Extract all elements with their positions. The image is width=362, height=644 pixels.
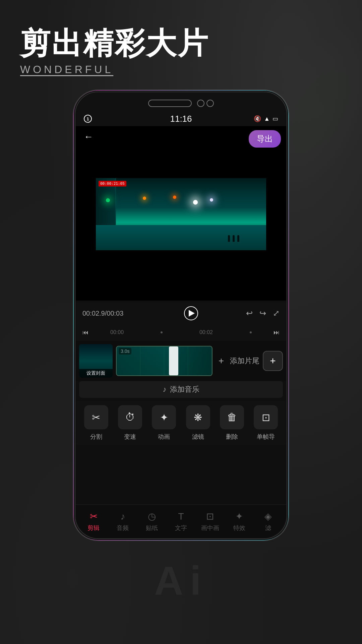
split-icon: ✂	[92, 412, 100, 423]
battery-icon: ▭	[273, 115, 278, 122]
text-label: 文字	[175, 524, 187, 532]
playback-right-controls: ↩ ↪ ⤢	[246, 309, 280, 318]
fullscreen-icon[interactable]: ⤢	[273, 309, 280, 318]
light-white-2	[210, 198, 213, 202]
phone-frame: 1 11:16 🔇 ▲ ▭	[74, 91, 288, 540]
video-letterbox-bottom	[76, 250, 286, 301]
nav-item-sticker[interactable]: ◷ 贴纸	[138, 511, 165, 532]
phone-cameras	[197, 100, 214, 107]
play-button[interactable]	[184, 306, 198, 320]
play-icon	[189, 310, 195, 317]
hero-title: 剪出精彩大片	[20, 27, 209, 60]
status-icons: 🔇 ▲ ▭	[254, 115, 278, 122]
nav-item-filter[interactable]: ◈ 滤	[255, 511, 282, 532]
phone-top-bar	[76, 93, 286, 111]
status-left: 1	[84, 115, 92, 123]
scene-people	[228, 235, 239, 242]
hero-section: 剪出精彩大片 WONDERFUL	[20, 27, 209, 76]
playback-time: 00:02.9/00:03	[82, 310, 136, 317]
phone-mockup: 1 11:16 🔇 ▲ ▭	[74, 91, 288, 540]
timeline: ⏮ 00:00 00:02 ⏭	[76, 324, 286, 341]
frame-export-icon-box: ⊡	[254, 405, 278, 429]
person-2	[233, 235, 235, 242]
edit-label: 剪辑	[87, 524, 100, 532]
timeline-track: 00:00 00:02	[88, 329, 274, 335]
frame-export-label: 单帧导	[257, 433, 275, 441]
edit-icon: ✂	[90, 511, 98, 522]
clip-cover-label: 设置封面	[79, 369, 113, 378]
camera-dot-1	[197, 100, 204, 107]
playback-controls: 00:02.9/00:03 ↩ ↪ ⤢	[76, 303, 286, 324]
nav-item-edit[interactable]: ✂ 剪辑	[80, 511, 107, 532]
hero-subtitle: WONDERFUL	[20, 63, 209, 76]
timecode-badge: 00:00:21:05	[99, 181, 126, 186]
wifi-icon: ▲	[264, 115, 270, 122]
filter-label: 滤镜	[192, 433, 204, 441]
split-label: 分割	[90, 433, 102, 441]
clip-frame-1	[117, 346, 140, 375]
timeline-start-button[interactable]: ⏮	[82, 329, 88, 336]
speed-label: 变速	[124, 433, 136, 441]
tool-split[interactable]: ✂ 分割	[81, 405, 111, 441]
nav-filter-label: 滤	[265, 524, 271, 532]
tool-frame-export[interactable]: ⊡ 单帧导	[251, 405, 281, 441]
mute-icon: 🔇	[254, 115, 261, 122]
frame-export-icon: ⊡	[262, 412, 270, 423]
status-bar: 1 11:16 🔇 ▲ ▭	[76, 111, 286, 126]
animate-icon-box: ✦	[152, 405, 176, 429]
phone-screen: 1 11:16 🔇 ▲ ▭	[76, 93, 286, 538]
filter-icon: ❋	[194, 412, 202, 423]
filter-icon-box: ❋	[186, 405, 210, 429]
person-3	[237, 235, 239, 242]
clip-cover-thumbnail[interactable]: 设置封面	[79, 344, 113, 378]
notification-badge: 1	[84, 115, 92, 123]
playback-center	[136, 306, 246, 320]
nav-item-pip[interactable]: ⊡ 画中画	[197, 511, 224, 532]
scene-ground	[96, 225, 266, 252]
add-music-bar[interactable]: ♪ 添加音乐	[79, 381, 283, 398]
clip-frames	[117, 346, 212, 375]
export-button[interactable]: 导出	[249, 130, 281, 148]
sticker-icon: ◷	[148, 511, 156, 522]
light-white	[193, 200, 198, 205]
light-green	[106, 198, 110, 202]
add-clip-button[interactable]: +	[263, 351, 283, 371]
timeline-dot-1	[161, 331, 163, 333]
timeline-mark-2: 00:02	[199, 329, 213, 335]
effects-label: 特效	[233, 524, 245, 532]
delete-icon-box: 🗑	[220, 405, 244, 429]
camera-dot-2	[206, 100, 214, 107]
sticker-label: 贴纸	[146, 524, 158, 532]
tool-speed[interactable]: ⏱ 变速	[115, 405, 145, 441]
video-preview: 00:00:21:05	[76, 126, 286, 301]
delete-label: 删除	[226, 433, 238, 441]
back-button[interactable]: ←	[81, 129, 96, 145]
bottom-navigation: ✂ 剪辑 ♪ 音频 ◷ 贴纸 T 文字 ⊡ 画中画	[76, 504, 286, 538]
animate-label: 动画	[158, 433, 170, 441]
nav-item-effects[interactable]: ✦ 特效	[226, 511, 253, 532]
audio-label: 音频	[117, 524, 129, 532]
nav-item-audio[interactable]: ♪ 音频	[109, 511, 136, 532]
redo-icon[interactable]: ↪	[259, 309, 266, 318]
nav-filter-icon: ◈	[264, 511, 272, 522]
timeline-mark-0: 00:00	[110, 329, 124, 335]
status-time: 11:16	[170, 114, 192, 124]
clip-frame-2	[140, 346, 164, 375]
clip-add-tail-label[interactable]: 添加片尾	[230, 356, 259, 366]
speed-icon: ⏱	[125, 412, 135, 423]
tool-delete[interactable]: 🗑 删除	[217, 405, 247, 441]
timeline-end-button[interactable]: ⏭	[274, 329, 280, 336]
pip-icon: ⊡	[206, 511, 214, 522]
clip-add-icon: +	[219, 356, 224, 366]
add-music-label: 添加音乐	[170, 384, 199, 394]
tool-animate[interactable]: ✦ 动画	[149, 405, 179, 441]
effects-icon: ✦	[235, 511, 243, 522]
clip-timeline-strip[interactable]: 3.0s	[116, 346, 213, 376]
tool-filter[interactable]: ❋ 滤镜	[183, 405, 213, 441]
video-scene-area: 00:00:21:05	[96, 178, 266, 252]
undo-icon[interactable]: ↩	[246, 309, 253, 318]
animate-icon: ✦	[160, 412, 168, 423]
light-orange-1	[143, 197, 146, 200]
nav-item-text[interactable]: T 文字	[168, 511, 194, 532]
audio-icon: ♪	[120, 511, 125, 522]
